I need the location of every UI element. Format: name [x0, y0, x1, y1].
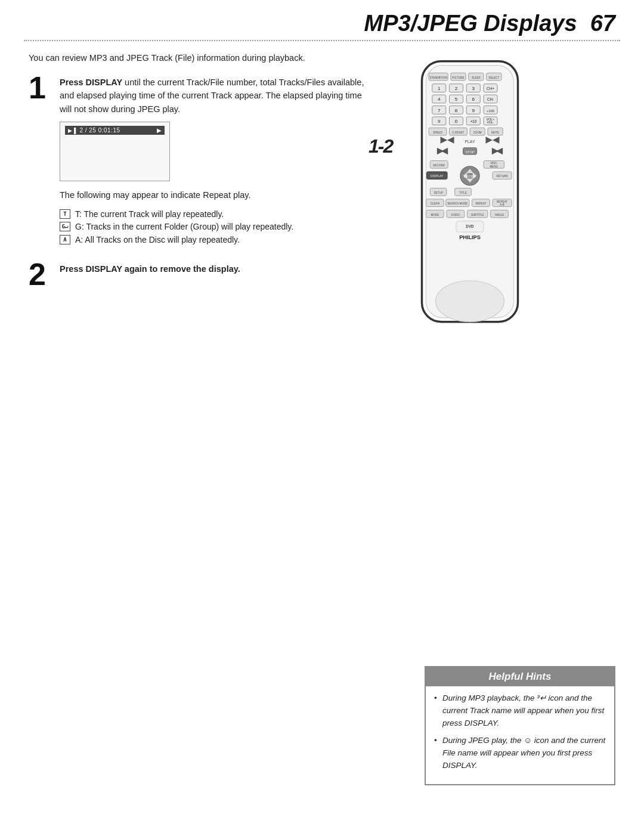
helpful-hint-2: During JPEG play, the ☺ icon and the cur…: [434, 735, 606, 772]
svg-text:SELECT: SELECT: [488, 76, 499, 79]
helpful-hint-1-text: During MP3 playback, the ³↵ icon and the…: [442, 693, 604, 727]
repeat-icon-a: A: [60, 235, 70, 244]
svg-point-101: [436, 281, 504, 322]
intro-text: You can review MP3 and JPEG Track (File)…: [29, 52, 327, 65]
svg-text:RETURN: RETURN: [496, 175, 507, 178]
svg-text:ANGLE: ANGLE: [495, 213, 504, 216]
step-2-content: Press DISPLAY again to remove the displa…: [60, 262, 374, 290]
svg-text:AUDIO: AUDIO: [451, 213, 460, 216]
svg-text:SUBTITLE: SUBTITLE: [471, 213, 484, 216]
svg-text:4: 4: [438, 97, 441, 102]
repeat-item-t: T T: The current Track will play repeate…: [60, 208, 374, 221]
step-1-press: Press DISPLAY: [60, 78, 122, 87]
svg-text:STOP: STOP: [465, 150, 475, 154]
step-2: 2 Press DISPLAY again to remove the disp…: [29, 262, 374, 290]
helpful-hint-1: During MP3 playback, the ³↵ icon and the…: [434, 692, 606, 730]
page-number: 67: [590, 11, 615, 36]
display-bar: ▶▐ 2 / 25 0:01:15 ▶: [65, 126, 165, 135]
svg-text:DISPLAY: DISPLAY: [431, 174, 444, 178]
svg-text:1: 1: [438, 86, 441, 91]
svg-text:PLAY: PLAY: [465, 140, 475, 144]
helpful-hint-2-text: During JPEG play, the ☺ icon and the cur…: [442, 736, 605, 770]
step-1: 1 Press DISPLAY until the current Track/…: [29, 76, 374, 253]
repeat-text-g: G: Tracks in the current Folder (Group) …: [75, 221, 293, 234]
svg-text:MODE: MODE: [431, 213, 439, 216]
svg-text:C.RESET: C.RESET: [452, 131, 464, 134]
svg-text:STANDBY/ON: STANDBY/ON: [429, 76, 447, 79]
right-column: 1-2 STANDBY/ON PICTURE SLEEP SELECT: [386, 52, 553, 355]
svg-text:REPEAT: REPEAT: [497, 200, 507, 203]
svg-text:PICTURE: PICTURE: [452, 76, 464, 79]
svg-text:II: II: [438, 119, 440, 124]
svg-text:2: 2: [455, 86, 458, 91]
svg-text:SEARCH MODE: SEARCH MODE: [447, 202, 467, 205]
step-1-content: Press DISPLAY until the current Track/Fi…: [60, 76, 374, 253]
svg-text:+100: +100: [487, 109, 494, 113]
svg-text:6: 6: [472, 97, 475, 102]
step-side-label: 1-2: [369, 135, 392, 157]
svg-text:3: 3: [472, 86, 475, 91]
following-text: The following may appear to indicate Rep…: [60, 188, 374, 202]
step-2-text: Press DISPLAY again to remove the displa…: [60, 262, 374, 275]
svg-text:ZOOM: ZOOM: [473, 131, 482, 134]
helpful-hints-box: Helpful Hints During MP3 playback, the ³…: [425, 666, 615, 785]
display-preview: ▶▐ 2 / 25 0:01:15 ▶: [60, 122, 170, 181]
svg-text:SETUP: SETUP: [434, 191, 442, 194]
step-2-number: 2: [29, 259, 51, 290]
svg-text:ENTER: ENTER: [464, 175, 476, 178]
svg-text:PHILIPS: PHILIPS: [459, 234, 481, 240]
remote-container: 1-2 STANDBY/ON PICTURE SLEEP SELECT: [401, 58, 538, 355]
repeat-list: T T: The current Track will play repeate…: [60, 208, 374, 247]
svg-text:5: 5: [455, 97, 458, 102]
repeat-item-a: A A: All Tracks on the Disc will play re…: [60, 234, 374, 247]
step-1-instruction: Press DISPLAY until the current Track/Fi…: [60, 76, 374, 116]
svg-text:MENU: MENU: [490, 165, 498, 168]
svg-text:+10: +10: [470, 119, 476, 123]
helpful-hints-list: During MP3 playback, the ³↵ icon and the…: [434, 692, 606, 772]
display-arrow: ▶: [157, 127, 162, 134]
helpful-hints-header: Helpful Hints: [426, 667, 614, 686]
svg-text:SPEED: SPEED: [433, 131, 442, 134]
svg-text:CH+: CH+: [487, 86, 494, 91]
svg-text:7: 7: [438, 108, 441, 113]
page-header: MP3/JPEG Displays 67: [0, 0, 644, 36]
svg-text:DVD: DVD: [466, 224, 474, 228]
svg-text:CH-: CH-: [487, 97, 494, 101]
repeat-text-t: T: The current Track will play repeatedl…: [75, 208, 224, 221]
svg-text:VOL-: VOL-: [487, 120, 494, 124]
step-1-number: 1: [29, 72, 51, 253]
repeat-item-g: G↵ G: Tracks in the current Folder (Grou…: [60, 221, 374, 234]
svg-text:A-B: A-B: [500, 203, 504, 206]
repeat-text-a: A: All Tracks on the Disc will play repe…: [75, 234, 240, 247]
svg-text:8: 8: [455, 108, 458, 113]
svg-text:9: 9: [472, 108, 475, 113]
display-icon: ▶▐: [68, 128, 76, 134]
svg-text:TITLE: TITLE: [459, 191, 467, 194]
repeat-icon-t: T: [60, 209, 70, 219]
svg-text:DISC: DISC: [491, 162, 498, 165]
display-track-info: 2 / 25 0:01:15: [79, 127, 120, 134]
svg-text:SLEEP: SLEEP: [472, 76, 481, 79]
page-title: MP3/JPEG Displays: [364, 11, 577, 36]
svg-text:0: 0: [455, 119, 458, 124]
helpful-hints-title: Helpful Hints: [489, 671, 552, 682]
left-column: You can review MP3 and JPEG Track (File)…: [29, 52, 374, 355]
svg-text:MUTE: MUTE: [491, 131, 499, 134]
repeat-icon-g: G↵: [60, 222, 70, 231]
remote-image: STANDBY/ON PICTURE SLEEP SELECT 1 2 3 CH…: [401, 58, 538, 353]
step-side-label-text: 1-2: [369, 135, 392, 157]
svg-text:REPEAT: REPEAT: [475, 202, 486, 205]
helpful-hints-body: During MP3 playback, the ³↵ icon and the…: [426, 686, 614, 784]
svg-text:CLEAR: CLEAR: [431, 202, 440, 205]
step-2-bold: Press DISPLAY again to remove the displa…: [60, 264, 240, 274]
svg-text:RECORD: RECORD: [433, 164, 445, 167]
main-content: You can review MP3 and JPEG Track (File)…: [0, 41, 644, 355]
